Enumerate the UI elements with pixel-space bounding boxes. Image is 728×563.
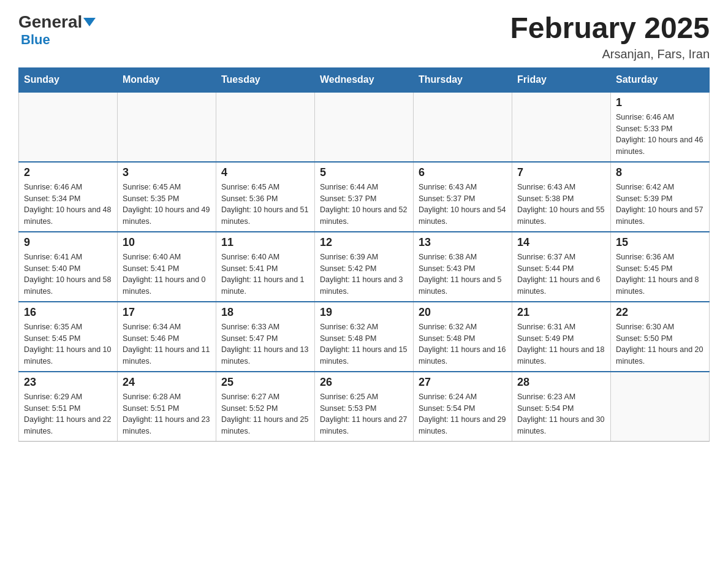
day-info: Sunrise: 6:45 AMSunset: 5:35 PMDaylight:… (123, 182, 211, 228)
day-number: 13 (419, 236, 507, 249)
calendar-cell: 18Sunrise: 6:33 AMSunset: 5:47 PMDayligh… (216, 302, 315, 372)
calendar-cell: 23Sunrise: 6:29 AMSunset: 5:51 PMDayligh… (19, 372, 118, 442)
day-number: 15 (616, 236, 704, 249)
calendar-week-row: 16Sunrise: 6:35 AMSunset: 5:45 PMDayligh… (19, 302, 710, 372)
calendar-cell: 8Sunrise: 6:42 AMSunset: 5:39 PMDaylight… (611, 162, 710, 232)
calendar-cell (118, 92, 216, 162)
calendar-cell: 28Sunrise: 6:23 AMSunset: 5:54 PMDayligh… (512, 372, 611, 442)
day-info: Sunrise: 6:46 AMSunset: 5:33 PMDaylight:… (616, 112, 704, 158)
day-number: 19 (320, 306, 408, 319)
day-info: Sunrise: 6:28 AMSunset: 5:51 PMDaylight:… (123, 391, 211, 437)
calendar-cell (216, 92, 315, 162)
day-info: Sunrise: 6:42 AMSunset: 5:39 PMDaylight:… (616, 182, 704, 228)
calendar-cell: 3Sunrise: 6:45 AMSunset: 5:35 PMDaylight… (118, 162, 216, 232)
day-info: Sunrise: 6:39 AMSunset: 5:42 PMDaylight:… (320, 251, 408, 297)
header-monday: Monday (118, 67, 216, 92)
location-title: Arsanjan, Fars, Iran (510, 47, 710, 61)
header-friday: Friday (512, 67, 611, 92)
day-info: Sunrise: 6:32 AMSunset: 5:48 PMDaylight:… (320, 321, 408, 367)
day-info: Sunrise: 6:36 AMSunset: 5:45 PMDaylight:… (616, 251, 704, 297)
calendar-cell (611, 372, 710, 442)
calendar-week-row: 1Sunrise: 6:46 AMSunset: 5:33 PMDaylight… (19, 92, 710, 162)
day-number: 1 (616, 96, 704, 109)
day-number: 2 (24, 166, 112, 179)
calendar-cell: 21Sunrise: 6:31 AMSunset: 5:49 PMDayligh… (512, 302, 611, 372)
logo-triangle-icon (83, 18, 96, 26)
calendar-cell (414, 92, 512, 162)
day-number: 11 (221, 236, 309, 249)
day-number: 12 (320, 236, 408, 249)
day-number: 9 (24, 236, 112, 249)
day-info: Sunrise: 6:43 AMSunset: 5:37 PMDaylight:… (419, 182, 507, 228)
calendar-cell: 26Sunrise: 6:25 AMSunset: 5:53 PMDayligh… (315, 372, 414, 442)
calendar-cell: 16Sunrise: 6:35 AMSunset: 5:45 PMDayligh… (19, 302, 118, 372)
calendar-cell: 25Sunrise: 6:27 AMSunset: 5:52 PMDayligh… (216, 372, 315, 442)
day-number: 8 (616, 166, 704, 179)
calendar-cell: 9Sunrise: 6:41 AMSunset: 5:40 PMDaylight… (19, 232, 118, 302)
calendar-table: Sunday Monday Tuesday Wednesday Thursday… (18, 67, 710, 442)
day-number: 10 (123, 236, 211, 249)
logo-blue-text: Blue (21, 32, 50, 48)
calendar-cell: 7Sunrise: 6:43 AMSunset: 5:38 PMDaylight… (512, 162, 611, 232)
page-header: General Blue February 2025 Arsanjan, Far… (18, 12, 710, 61)
day-info: Sunrise: 6:33 AMSunset: 5:47 PMDaylight:… (221, 321, 309, 367)
header-tuesday: Tuesday (216, 67, 315, 92)
day-number: 6 (419, 166, 507, 179)
day-number: 14 (517, 236, 605, 249)
calendar-cell: 27Sunrise: 6:24 AMSunset: 5:54 PMDayligh… (414, 372, 512, 442)
day-number: 3 (123, 166, 211, 179)
logo: General Blue (18, 12, 96, 48)
calendar-cell: 20Sunrise: 6:32 AMSunset: 5:48 PMDayligh… (414, 302, 512, 372)
calendar-cell: 14Sunrise: 6:37 AMSunset: 5:44 PMDayligh… (512, 232, 611, 302)
day-info: Sunrise: 6:34 AMSunset: 5:46 PMDaylight:… (123, 321, 211, 367)
day-info: Sunrise: 6:40 AMSunset: 5:41 PMDaylight:… (221, 251, 309, 297)
calendar-cell: 22Sunrise: 6:30 AMSunset: 5:50 PMDayligh… (611, 302, 710, 372)
day-number: 21 (517, 306, 605, 319)
day-info: Sunrise: 6:27 AMSunset: 5:52 PMDaylight:… (221, 391, 309, 437)
header-saturday: Saturday (611, 67, 710, 92)
header-wednesday: Wednesday (315, 67, 414, 92)
day-info: Sunrise: 6:23 AMSunset: 5:54 PMDaylight:… (517, 391, 605, 437)
calendar-cell (512, 92, 611, 162)
calendar-cell: 6Sunrise: 6:43 AMSunset: 5:37 PMDaylight… (414, 162, 512, 232)
calendar-cell: 2Sunrise: 6:46 AMSunset: 5:34 PMDaylight… (19, 162, 118, 232)
day-number: 5 (320, 166, 408, 179)
day-number: 23 (24, 376, 112, 389)
title-section: February 2025 Arsanjan, Fars, Iran (510, 12, 710, 61)
day-number: 24 (123, 376, 211, 389)
day-info: Sunrise: 6:24 AMSunset: 5:54 PMDaylight:… (419, 391, 507, 437)
day-number: 22 (616, 306, 704, 319)
calendar-cell: 24Sunrise: 6:28 AMSunset: 5:51 PMDayligh… (118, 372, 216, 442)
calendar-cell: 19Sunrise: 6:32 AMSunset: 5:48 PMDayligh… (315, 302, 414, 372)
calendar-cell: 4Sunrise: 6:45 AMSunset: 5:36 PMDaylight… (216, 162, 315, 232)
day-number: 17 (123, 306, 211, 319)
day-info: Sunrise: 6:31 AMSunset: 5:49 PMDaylight:… (517, 321, 605, 367)
calendar-cell: 13Sunrise: 6:38 AMSunset: 5:43 PMDayligh… (414, 232, 512, 302)
day-info: Sunrise: 6:37 AMSunset: 5:44 PMDaylight:… (517, 251, 605, 297)
calendar-cell: 12Sunrise: 6:39 AMSunset: 5:42 PMDayligh… (315, 232, 414, 302)
day-number: 20 (419, 306, 507, 319)
day-number: 27 (419, 376, 507, 389)
calendar-week-row: 2Sunrise: 6:46 AMSunset: 5:34 PMDaylight… (19, 162, 710, 232)
day-number: 16 (24, 306, 112, 319)
calendar-cell: 17Sunrise: 6:34 AMSunset: 5:46 PMDayligh… (118, 302, 216, 372)
day-info: Sunrise: 6:40 AMSunset: 5:41 PMDaylight:… (123, 251, 211, 297)
header-sunday: Sunday (19, 67, 118, 92)
calendar-cell: 1Sunrise: 6:46 AMSunset: 5:33 PMDaylight… (611, 92, 710, 162)
calendar-week-row: 23Sunrise: 6:29 AMSunset: 5:51 PMDayligh… (19, 372, 710, 442)
day-info: Sunrise: 6:43 AMSunset: 5:38 PMDaylight:… (517, 182, 605, 228)
header-thursday: Thursday (414, 67, 512, 92)
day-info: Sunrise: 6:29 AMSunset: 5:51 PMDaylight:… (24, 391, 112, 437)
calendar-cell (315, 92, 414, 162)
calendar-week-row: 9Sunrise: 6:41 AMSunset: 5:40 PMDaylight… (19, 232, 710, 302)
calendar-cell: 15Sunrise: 6:36 AMSunset: 5:45 PMDayligh… (611, 232, 710, 302)
calendar-cell: 5Sunrise: 6:44 AMSunset: 5:37 PMDaylight… (315, 162, 414, 232)
month-title: February 2025 (510, 12, 710, 45)
day-info: Sunrise: 6:44 AMSunset: 5:37 PMDaylight:… (320, 182, 408, 228)
day-info: Sunrise: 6:30 AMSunset: 5:50 PMDaylight:… (616, 321, 704, 367)
day-info: Sunrise: 6:45 AMSunset: 5:36 PMDaylight:… (221, 182, 309, 228)
day-info: Sunrise: 6:46 AMSunset: 5:34 PMDaylight:… (24, 182, 112, 228)
day-number: 28 (517, 376, 605, 389)
day-info: Sunrise: 6:25 AMSunset: 5:53 PMDaylight:… (320, 391, 408, 437)
day-number: 26 (320, 376, 408, 389)
